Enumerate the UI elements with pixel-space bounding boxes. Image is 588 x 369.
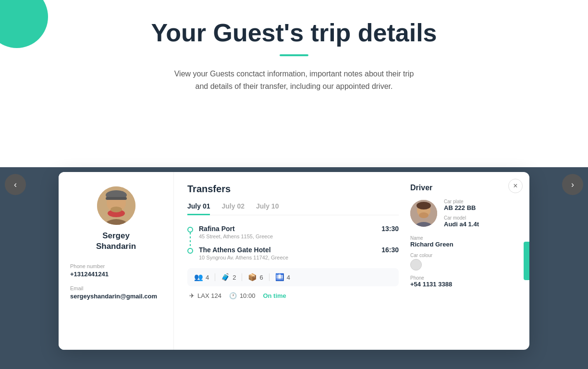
car-plate-label: Car plate	[444, 199, 479, 204]
phone-label: Phone number	[70, 263, 162, 269]
svg-point-6	[110, 207, 122, 212]
subtitle: View your Guests conctact information, i…	[150, 68, 438, 92]
date-tabs: July 01 July 02 July 10	[187, 202, 399, 215]
luggage-icon: 🧳	[221, 273, 230, 282]
tab-july-02[interactable]: July 02	[221, 202, 244, 215]
driver-details: Name Richard Green Car colour Phone +54 …	[410, 235, 516, 288]
driver-name-value: Richard Green	[410, 241, 516, 248]
guest-avatar	[97, 186, 135, 225]
stats-row: 👥 4 🧳 2 📦 6 🛄 4	[187, 268, 399, 286]
box-icon: 📦	[248, 273, 257, 282]
flight-time-item: 🕐 10:00	[229, 292, 256, 299]
guest-email-block: Email sergeyshandarin@gmail.com	[70, 285, 162, 300]
tab-july-10[interactable]: July 10	[256, 202, 279, 215]
route-time-2: 16:30	[381, 246, 399, 254]
driver-avatar	[410, 200, 437, 227]
car-colour-swatch	[410, 259, 422, 271]
driver-title: Driver	[410, 184, 516, 192]
plane-icon: ✈	[189, 292, 195, 299]
transfers-title: Transfers	[187, 184, 399, 195]
main-card: × Sergey Shandarin Phone	[59, 172, 529, 350]
driver-name-item: Name Richard Green	[410, 235, 516, 248]
svg-point-10	[419, 212, 429, 218]
transfers-section: Transfers July 01 July 02 July 10	[187, 184, 399, 338]
teal-strip	[524, 242, 529, 280]
bag-icon: 🛄	[275, 273, 284, 282]
route-item-2: The Athens Gate Hotel 10 Syngrou Av. Ath…	[187, 246, 399, 260]
guest-name: Sergey Shandarin	[96, 231, 136, 252]
car-colour-label: Car colour	[410, 253, 516, 258]
driver-header: Car plate AB 222 BB Car model Audi a4 1.…	[410, 199, 516, 228]
stat-box: 📦 6	[248, 273, 263, 282]
car-model-value: Audi a4 1.4t	[444, 221, 479, 228]
stat-divider-1	[215, 273, 215, 281]
route-address-1: 45 Street, Athens 1155, Greece	[199, 234, 381, 239]
prev-arrow-button[interactable]: ‹	[5, 174, 26, 195]
driver-phone-label: Phone	[410, 275, 516, 281]
car-model-spec: Car model Audi a4 1.4t	[444, 215, 479, 228]
route-info-1: Rafina Port 45 Street, Athens 1155, Gree…	[199, 225, 381, 239]
svg-rect-4	[106, 197, 127, 200]
stat-divider-2	[242, 273, 242, 281]
clock-icon: 🕐	[229, 292, 237, 299]
flight-row: ✈ LAX 124 🕐 10:00 On time	[187, 292, 399, 299]
driver-section: Driver Car plat	[410, 184, 516, 338]
stat-divider-3	[269, 273, 270, 281]
stat-bag: 🛄 4	[275, 273, 290, 282]
car-model-label: Car model	[444, 215, 479, 221]
guest-phone-block: Phone number +1312441241	[70, 263, 162, 278]
route-address-2: 10 Syngrou Av. Athens 11742, Greece	[199, 255, 381, 260]
svg-point-9	[416, 202, 431, 209]
driver-name-label: Name	[410, 235, 516, 241]
route-time-1: 13:30	[381, 225, 399, 233]
route-list: Rafina Port 45 Street, Athens 1155, Gree…	[187, 225, 399, 260]
driver-phone-item: Phone +54 1131 3388	[410, 275, 516, 288]
close-button[interactable]: ×	[508, 179, 523, 193]
route-dot-2	[187, 248, 193, 254]
route-dot-1	[187, 227, 193, 233]
driver-phone-value: +54 1131 3388	[410, 281, 516, 288]
on-time-status: On time	[263, 292, 286, 299]
driver-specs: Car plate AB 222 BB Car model Audi a4 1.…	[444, 199, 479, 228]
route-info-2: The Athens Gate Hotel 10 Syngrou Av. Ath…	[199, 246, 381, 260]
flight-number-item: ✈ LAX 124	[189, 292, 221, 299]
next-arrow-button[interactable]: ›	[562, 174, 583, 195]
route-name-2: The Athens Gate Hotel	[199, 246, 381, 254]
stat-people: 👥 4	[194, 273, 209, 282]
car-plate-value: AB 222 BB	[444, 204, 479, 211]
title-underline	[280, 54, 308, 56]
guest-sidebar: Sergey Shandarin Phone number +131244124…	[59, 172, 174, 350]
route-item-1: Rafina Port 45 Street, Athens 1155, Gree…	[187, 225, 399, 239]
header-section: Your Guest's trip details View your Gues…	[0, 0, 588, 102]
car-colour-item: Car colour	[410, 253, 516, 271]
email-label: Email	[70, 285, 162, 291]
route-name-1: Rafina Port	[199, 225, 381, 233]
people-icon: 👥	[194, 273, 203, 282]
card-main-content: Transfers July 01 July 02 July 10	[174, 172, 529, 350]
stat-luggage: 🧳 2	[221, 273, 236, 282]
email-value: sergeyshandarin@gmail.com	[70, 293, 162, 300]
phone-value: +1312441241	[70, 271, 162, 278]
tab-july-01[interactable]: July 01	[187, 202, 210, 215]
car-plate-spec: Car plate AB 222 BB	[444, 199, 479, 211]
page-title: Your Guest's trip details	[0, 19, 588, 47]
